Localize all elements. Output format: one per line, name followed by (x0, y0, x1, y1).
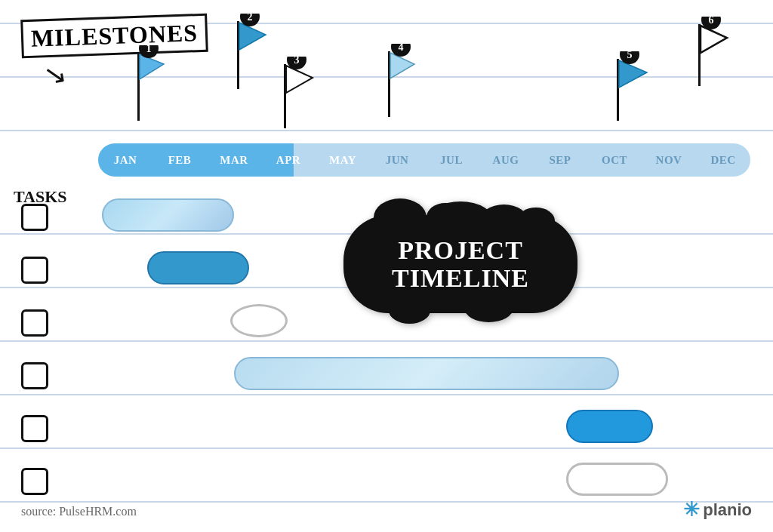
milestone-flag-4: 4 (373, 44, 422, 138)
month-jan: JAN (98, 154, 152, 167)
month-oct: OCT (587, 154, 642, 167)
svg-text:3: 3 (294, 57, 300, 66)
milestone-flag-2: 2 (222, 14, 271, 112)
task-bar-2 (147, 251, 249, 284)
svg-text:2: 2 (248, 14, 253, 23)
milestone-flag-6: 6 (683, 17, 732, 107)
svg-text:6: 6 (709, 17, 714, 26)
timeline-bar: JAN FEB MAR APR MAY JUN JUL AUG SEP OCT … (98, 143, 750, 177)
month-feb: FEB (152, 154, 207, 167)
svg-marker-17 (619, 60, 647, 88)
month-jun: JUN (370, 154, 424, 167)
milestones-title: MILESTONES (20, 14, 208, 59)
task-bar-6 (566, 463, 668, 496)
planio-label: planio (703, 500, 752, 520)
milestone-flag-3: 3 (269, 57, 318, 147)
task-bar-1 (102, 198, 234, 232)
svg-marker-13 (390, 53, 414, 78)
svg-marker-9 (286, 66, 313, 93)
month-may: MAY (316, 154, 370, 167)
month-aug: AUG (479, 154, 533, 167)
checkbox-3[interactable] (21, 309, 48, 337)
planio-asterisk-icon: ✳ (683, 498, 700, 521)
month-mar: MAR (207, 154, 261, 167)
milestone-flag-1: 1 (122, 45, 168, 143)
month-jul: JUL (424, 154, 479, 167)
milestone-flag-5: 5 (602, 51, 651, 142)
project-timeline-cloud: PROJECTTIMELINE (343, 215, 577, 313)
checkbox-2[interactable] (21, 257, 48, 284)
arrow-icon: ↙ (42, 57, 69, 93)
svg-marker-1 (140, 54, 164, 79)
month-dec: DEC (696, 154, 750, 167)
svg-text:4: 4 (399, 44, 404, 53)
month-sep: SEP (533, 154, 587, 167)
svg-marker-5 (239, 23, 266, 50)
checkbox-5[interactable] (21, 415, 48, 442)
svg-marker-21 (701, 26, 727, 53)
footer-planio: ✳ planio (683, 498, 752, 521)
checkbox-6[interactable] (21, 468, 48, 495)
checkbox-4[interactable] (21, 362, 48, 389)
month-nov: NOV (642, 154, 696, 167)
footer-source: source: PulseHRM.com (21, 505, 137, 518)
task-bar-4 (234, 357, 619, 390)
task-bar-3 (230, 304, 288, 337)
checkbox-1[interactable] (21, 204, 48, 231)
month-apr: APR (261, 154, 316, 167)
svg-text:5: 5 (627, 51, 633, 60)
task-bar-5 (566, 410, 653, 443)
svg-text:1: 1 (146, 45, 152, 54)
